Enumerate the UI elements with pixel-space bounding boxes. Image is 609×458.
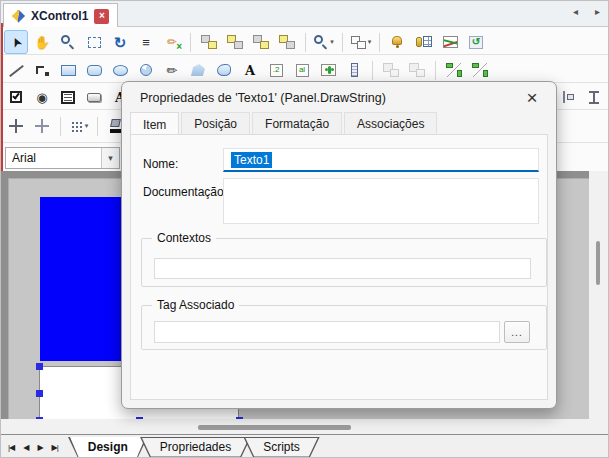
tab-formatacao[interactable]: Formatação	[252, 112, 342, 135]
insert-scale-button[interactable]	[342, 58, 366, 82]
tab-associacoes[interactable]: Associações	[344, 112, 437, 135]
close-icon[interactable]: ×	[94, 9, 109, 24]
draw-ellipse-button[interactable]	[108, 58, 132, 82]
nudge-size-button[interactable]	[30, 114, 54, 138]
checkbox-control-button[interactable]	[4, 85, 28, 109]
marquee-select-tool-button[interactable]	[82, 30, 106, 54]
edit-points-tool-button[interactable]: ✏	[160, 30, 184, 54]
zoom-level-button[interactable]: ▾	[312, 30, 336, 54]
tag-browse-button[interactable]: ...	[504, 321, 530, 343]
contextos-legend: Contextos	[152, 231, 216, 245]
tab-posicao[interactable]: Posição	[181, 112, 250, 135]
marquee-icon	[88, 37, 101, 48]
radio-control-button[interactable]: ◉	[30, 85, 54, 109]
node-edit-2-button[interactable]	[468, 58, 492, 82]
slider-control-button[interactable]	[556, 85, 580, 109]
listform-control-button[interactable]	[56, 85, 80, 109]
insert-display-value-button[interactable]: .2	[264, 58, 288, 82]
dropdown-arrow-icon[interactable]: ▾	[330, 38, 334, 46]
draw-rectangle-button[interactable]	[56, 58, 80, 82]
vertical-scrollbar[interactable]	[589, 171, 609, 434]
tab-item[interactable]: Item	[130, 112, 179, 136]
draw-pie-button[interactable]	[134, 58, 158, 82]
next-view-button[interactable]: ▶	[37, 443, 42, 452]
toolbar-row-controls: ◉A	[4, 84, 132, 110]
distribute-nodes-alt-icon	[472, 63, 488, 77]
prev-view-button[interactable]: ◀	[23, 443, 28, 452]
horizontal-scrollbar[interactable]	[1, 419, 589, 434]
bell-icon	[391, 35, 405, 49]
toolbar-separator	[60, 117, 61, 136]
data-browser-button[interactable]	[412, 30, 436, 54]
grid-options-button[interactable]: ▾	[67, 114, 91, 138]
contextos-input[interactable]	[154, 258, 531, 279]
pie-icon	[140, 64, 152, 76]
properties-dialog: Propriedades de 'Texto1' (Panel.DrawStri…	[121, 81, 557, 409]
selection-handle[interactable]	[36, 390, 43, 397]
select-tool-button[interactable]: ➤	[4, 30, 28, 54]
paste-size-icon	[383, 63, 399, 77]
dropdown-arrow-icon[interactable]: ▾	[368, 38, 372, 46]
send-to-back-button[interactable]	[223, 30, 247, 54]
last-view-button[interactable]: ▶|	[52, 443, 58, 452]
toolbar-separator	[342, 33, 343, 52]
bring-to-front-button[interactable]	[197, 30, 221, 54]
draw-polygon-button[interactable]	[186, 58, 210, 82]
checkbox-icon	[10, 91, 22, 103]
letter-a-icon: A	[245, 64, 255, 77]
tab-scroll-left-icon[interactable]: ◂	[573, 6, 578, 17]
bring-forward-button[interactable]	[249, 30, 273, 54]
ellipse-icon	[113, 65, 128, 76]
documentacao-label: Documentação:	[143, 185, 227, 199]
tag-associado-input[interactable]	[154, 321, 500, 343]
horizontal-scrollbar-thumb[interactable]	[198, 425, 351, 430]
toolbar-separator	[190, 33, 191, 52]
scale-control-button[interactable]	[582, 85, 606, 109]
arrange-disabled-2-button[interactable]	[405, 58, 429, 82]
insert-chart-button[interactable]	[438, 30, 462, 54]
draw-line-button[interactable]	[4, 58, 28, 82]
nome-selected-text: Texto1	[231, 152, 272, 168]
radio-icon: ◉	[36, 91, 47, 104]
draw-polyline-button[interactable]	[30, 58, 54, 82]
nome-input[interactable]: Texto1	[223, 148, 539, 172]
draw-freehand-button[interactable]: ✏	[160, 58, 184, 82]
arrange-disabled-1-button[interactable]	[379, 58, 403, 82]
nudge-position-button[interactable]	[4, 114, 28, 138]
selection-handle[interactable]	[36, 363, 43, 370]
close-icon[interactable]: ×	[520, 86, 544, 110]
pan-tool-button[interactable]: ✋	[30, 30, 54, 54]
group-objects-button[interactable]: ▾	[349, 30, 373, 54]
first-view-button[interactable]: |◀	[8, 443, 14, 452]
zoom-window-tool-button[interactable]	[56, 30, 80, 54]
tab-order-tool-button[interactable]: ≡	[134, 30, 158, 54]
doc-tab-label: XControl1	[31, 9, 88, 23]
button-control-button[interactable]	[82, 85, 106, 109]
rotate-tool-button[interactable]: ↻	[108, 30, 132, 54]
doc-tab-xcontrol1[interactable]: XControl1 ×	[3, 3, 118, 28]
tab-design[interactable]: Design	[68, 437, 148, 458]
view-tabs: Design Propriedades Scripts	[68, 437, 312, 458]
send-backward-button[interactable]	[275, 30, 299, 54]
tab-scroll-right-icon[interactable]: ▸	[595, 6, 600, 17]
documentacao-textarea[interactable]	[223, 178, 539, 224]
draw-rounded-rectangle-button[interactable]	[82, 58, 106, 82]
insert-text-input-button[interactable]: al	[290, 58, 314, 82]
insert-text-button[interactable]: A	[238, 58, 262, 82]
draw-closed-curve-button[interactable]	[212, 58, 236, 82]
node-edit-1-button[interactable]	[442, 58, 466, 82]
font-family-select[interactable]: Arial ▾	[5, 147, 120, 169]
insert-recipe-button[interactable]	[464, 30, 488, 54]
alarm-config-button[interactable]	[386, 30, 410, 54]
tab-scripts[interactable]: Scripts	[243, 437, 320, 458]
chevron-down-icon[interactable]: ▾	[101, 148, 119, 168]
vertical-scrollbar-thumb[interactable]	[596, 241, 600, 285]
dropdown-arrow-icon[interactable]: ▾	[85, 122, 89, 130]
insert-picture-button[interactable]	[316, 58, 340, 82]
move-arrows-icon	[9, 119, 23, 133]
toolbar-row-layout: ▾	[4, 113, 128, 139]
tab-propriedades[interactable]: Propriedades	[140, 437, 251, 458]
bring-forward-icon	[253, 35, 269, 49]
dialog-title: Propriedades de 'Texto1' (Panel.DrawStri…	[140, 91, 386, 105]
database-table-icon	[416, 36, 432, 49]
